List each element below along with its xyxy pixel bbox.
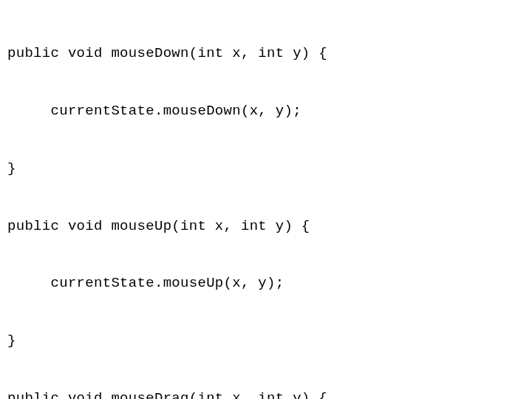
code-line: currentState.mouseDown(x, y); [7,97,525,126]
code-line: } [7,327,525,355]
code-line: public void mouseDrag(int x, int y) { [7,384,525,399]
code-line: currentState.mouseUp(x, y); [7,269,525,298]
code-line: public void mouseDown(int x, int y) { [7,39,525,68]
code-block: public void mouseDown(int x, int y) { cu… [0,0,532,399]
code-line: public void mouseUp(int x, int y) { [7,212,525,241]
code-line: } [7,154,525,183]
